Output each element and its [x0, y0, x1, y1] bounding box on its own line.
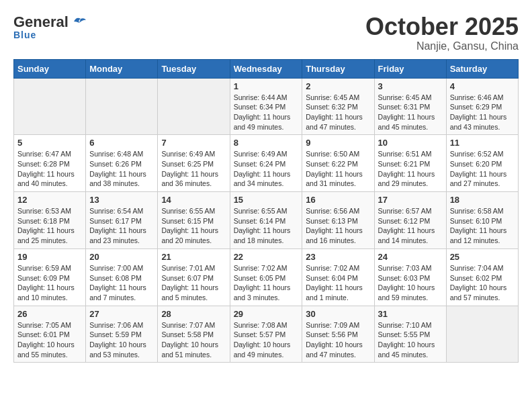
day-number: 29 [234, 309, 299, 319]
calendar-body: 1Sunrise: 6:44 AMSunset: 6:34 PMDaylight… [14, 78, 519, 363]
day-number: 10 [378, 138, 443, 148]
day-number: 28 [161, 309, 226, 319]
day-info: Sunrise: 7:03 AMSunset: 6:03 PMDaylight:… [378, 263, 443, 303]
calendar-cell: 28Sunrise: 7:07 AMSunset: 5:58 PMDayligh… [158, 306, 230, 363]
day-number: 21 [161, 252, 226, 262]
calendar-cell: 23Sunrise: 7:02 AMSunset: 6:04 PMDayligh… [302, 248, 374, 306]
calendar-cell [158, 78, 230, 135]
logo: General Blue [13, 13, 86, 40]
day-number: 31 [378, 309, 443, 319]
day-number: 12 [17, 195, 82, 205]
day-info: Sunrise: 7:00 AMSunset: 6:08 PMDaylight:… [89, 263, 154, 303]
day-number: 13 [89, 195, 154, 205]
day-info: Sunrise: 6:45 AMSunset: 6:32 PMDaylight:… [306, 93, 370, 132]
day-info: Sunrise: 6:58 AMSunset: 6:10 PMDaylight:… [450, 206, 515, 246]
calendar-cell: 13Sunrise: 6:54 AMSunset: 6:17 PMDayligh… [86, 192, 158, 249]
day-number: 4 [450, 81, 515, 91]
logo-blue-text: Blue [13, 30, 36, 40]
day-info: Sunrise: 6:59 AMSunset: 6:09 PMDaylight:… [17, 263, 82, 303]
day-number: 30 [306, 309, 370, 319]
day-number: 27 [89, 309, 154, 319]
day-info: Sunrise: 6:57 AMSunset: 6:12 PMDaylight:… [378, 206, 443, 246]
calendar-cell: 19Sunrise: 6:59 AMSunset: 6:09 PMDayligh… [14, 248, 86, 306]
calendar-cell: 9Sunrise: 6:50 AMSunset: 6:22 PMDaylight… [302, 135, 374, 192]
day-info: Sunrise: 7:05 AMSunset: 6:01 PMDaylight:… [17, 320, 82, 360]
day-info: Sunrise: 6:44 AMSunset: 6:34 PMDaylight:… [234, 93, 299, 132]
logo-general-text: General [13, 13, 69, 31]
day-number: 25 [450, 252, 515, 262]
calendar-week-3: 12Sunrise: 6:53 AMSunset: 6:18 PMDayligh… [14, 192, 519, 249]
calendar-cell: 4Sunrise: 6:46 AMSunset: 6:29 PMDaylight… [446, 78, 518, 135]
day-info: Sunrise: 6:55 AMSunset: 6:14 PMDaylight:… [234, 206, 299, 246]
calendar-cell: 11Sunrise: 6:52 AMSunset: 6:20 PMDayligh… [446, 135, 518, 192]
day-number: 17 [378, 195, 443, 205]
calendar-cell: 21Sunrise: 7:01 AMSunset: 6:07 PMDayligh… [158, 248, 230, 306]
calendar-subtitle: Nanjie, Gansu, China [365, 40, 519, 52]
day-number: 15 [234, 195, 299, 205]
day-number: 6 [89, 138, 154, 148]
day-info: Sunrise: 6:52 AMSunset: 6:20 PMDaylight:… [450, 149, 515, 189]
day-info: Sunrise: 6:49 AMSunset: 6:25 PMDaylight:… [161, 149, 226, 189]
day-info: Sunrise: 7:08 AMSunset: 5:57 PMDaylight:… [234, 320, 299, 360]
title-block: October 2025 Nanjie, Gansu, China [365, 13, 519, 52]
logo-bird-icon [71, 16, 86, 28]
calendar-cell: 25Sunrise: 7:04 AMSunset: 6:02 PMDayligh… [446, 248, 518, 306]
calendar-table: SundayMondayTuesdayWednesdayThursdayFrid… [13, 59, 519, 363]
calendar-cell: 31Sunrise: 7:10 AMSunset: 5:55 PMDayligh… [374, 306, 446, 363]
day-info: Sunrise: 7:06 AMSunset: 5:59 PMDaylight:… [89, 320, 154, 360]
calendar-cell: 1Sunrise: 6:44 AMSunset: 6:34 PMDaylight… [230, 78, 302, 135]
calendar-title: October 2025 [365, 13, 519, 40]
day-info: Sunrise: 7:04 AMSunset: 6:02 PMDaylight:… [450, 263, 515, 303]
day-info: Sunrise: 7:01 AMSunset: 6:07 PMDaylight:… [161, 263, 226, 303]
calendar-cell: 15Sunrise: 6:55 AMSunset: 6:14 PMDayligh… [230, 192, 302, 249]
calendar-cell: 7Sunrise: 6:49 AMSunset: 6:25 PMDaylight… [158, 135, 230, 192]
calendar-cell: 22Sunrise: 7:02 AMSunset: 6:05 PMDayligh… [230, 248, 302, 306]
calendar-cell: 18Sunrise: 6:58 AMSunset: 6:10 PMDayligh… [446, 192, 518, 249]
day-number: 7 [161, 138, 226, 148]
day-info: Sunrise: 7:09 AMSunset: 5:56 PMDaylight:… [306, 320, 370, 360]
day-number: 23 [306, 252, 370, 262]
day-info: Sunrise: 6:55 AMSunset: 6:15 PMDaylight:… [161, 206, 226, 246]
calendar-cell: 2Sunrise: 6:45 AMSunset: 6:32 PMDaylight… [302, 78, 374, 135]
calendar-cell: 29Sunrise: 7:08 AMSunset: 5:57 PMDayligh… [230, 306, 302, 363]
calendar-cell: 30Sunrise: 7:09 AMSunset: 5:56 PMDayligh… [302, 306, 374, 363]
day-info: Sunrise: 6:49 AMSunset: 6:24 PMDaylight:… [234, 149, 299, 189]
day-number: 24 [378, 252, 443, 262]
day-info: Sunrise: 6:53 AMSunset: 6:18 PMDaylight:… [17, 206, 82, 246]
calendar-cell: 14Sunrise: 6:55 AMSunset: 6:15 PMDayligh… [158, 192, 230, 249]
calendar-cell [14, 78, 86, 135]
calendar-cell: 3Sunrise: 6:45 AMSunset: 6:31 PMDaylight… [374, 78, 446, 135]
day-number: 19 [17, 252, 82, 262]
day-number: 22 [234, 252, 299, 262]
day-info: Sunrise: 6:51 AMSunset: 6:21 PMDaylight:… [378, 149, 443, 189]
weekday-header-row: SundayMondayTuesdayWednesdayThursdayFrid… [14, 59, 519, 78]
calendar-cell: 5Sunrise: 6:47 AMSunset: 6:28 PMDaylight… [14, 135, 86, 192]
calendar-cell: 27Sunrise: 7:06 AMSunset: 5:59 PMDayligh… [86, 306, 158, 363]
calendar-week-2: 5Sunrise: 6:47 AMSunset: 6:28 PMDaylight… [14, 135, 519, 192]
day-info: Sunrise: 7:10 AMSunset: 5:55 PMDaylight:… [378, 320, 443, 360]
page-header: General Blue October 2025 Nanjie, Gansu,… [13, 13, 519, 52]
day-number: 11 [450, 138, 515, 148]
day-info: Sunrise: 7:07 AMSunset: 5:58 PMDaylight:… [161, 320, 226, 360]
day-info: Sunrise: 6:48 AMSunset: 6:26 PMDaylight:… [89, 149, 154, 189]
weekday-header-friday: Friday [374, 59, 446, 78]
weekday-header-wednesday: Wednesday [230, 59, 302, 78]
calendar-cell: 10Sunrise: 6:51 AMSunset: 6:21 PMDayligh… [374, 135, 446, 192]
day-number: 14 [161, 195, 226, 205]
calendar-cell [86, 78, 158, 135]
calendar-cell: 16Sunrise: 6:56 AMSunset: 6:13 PMDayligh… [302, 192, 374, 249]
day-info: Sunrise: 7:02 AMSunset: 6:05 PMDaylight:… [234, 263, 299, 303]
day-number: 3 [378, 81, 443, 91]
weekday-header-monday: Monday [86, 59, 158, 78]
day-info: Sunrise: 6:46 AMSunset: 6:29 PMDaylight:… [450, 93, 515, 132]
day-info: Sunrise: 6:54 AMSunset: 6:17 PMDaylight:… [89, 206, 154, 246]
calendar-week-4: 19Sunrise: 6:59 AMSunset: 6:09 PMDayligh… [14, 248, 519, 306]
calendar-cell [446, 306, 518, 363]
day-number: 26 [17, 309, 82, 319]
calendar-cell: 26Sunrise: 7:05 AMSunset: 6:01 PMDayligh… [14, 306, 86, 363]
day-number: 8 [234, 138, 299, 148]
day-number: 9 [306, 138, 370, 148]
calendar-cell: 24Sunrise: 7:03 AMSunset: 6:03 PMDayligh… [374, 248, 446, 306]
calendar-cell: 8Sunrise: 6:49 AMSunset: 6:24 PMDaylight… [230, 135, 302, 192]
day-info: Sunrise: 7:02 AMSunset: 6:04 PMDaylight:… [306, 263, 370, 303]
